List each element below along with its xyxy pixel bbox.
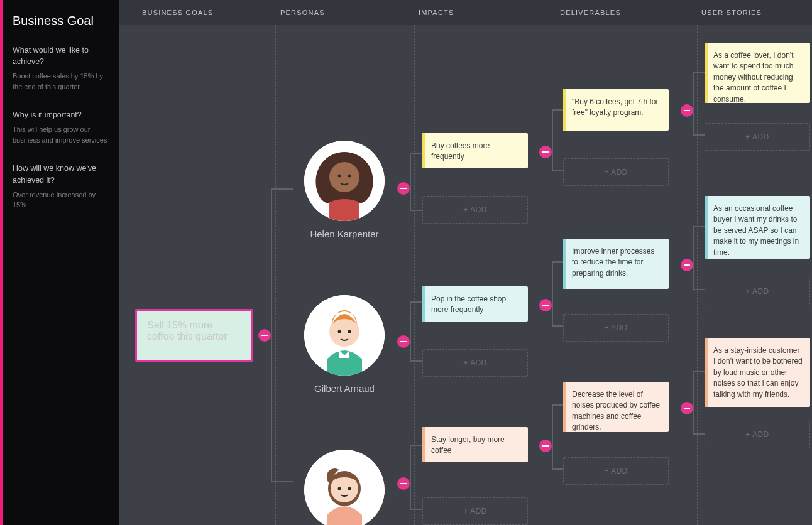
story-text: As a coffee lover, I don't want to spend… [713,51,793,104]
app-root: Business Goal What would we like to achi… [0,0,812,525]
add-story[interactable]: + ADD [705,278,810,305]
connector [693,371,705,435]
add-deliverable[interactable]: + ADD [563,314,669,342]
question-know: How will we know we've achieved it? [13,163,108,185]
add-deliverable[interactable]: + ADD [563,457,669,485]
collapse-toggle[interactable] [681,104,693,117]
col-header-business-goals: BUSINESS GOALS [142,9,213,16]
col-header-deliverables: DELIVERABLES [560,9,621,16]
svg-point-6 [338,330,341,333]
svg-point-1 [329,162,359,192]
deliverable-card[interactable]: Improve inner processes to reduce the ti… [563,239,669,289]
svg-point-2 [338,175,341,178]
deliverable-text: Improve inner processes to reduce the ti… [572,247,654,278]
answer-know: Over revenue increased by 15% [13,190,108,210]
deliverable-card[interactable]: Decrease the level of noises produced by… [563,382,669,432]
connector [271,188,293,482]
goal-text: Sell 15% more coffee this quarter [147,320,228,342]
collapse-toggle[interactable] [539,146,552,158]
sidebar-title: Business Goal [13,14,108,28]
collapse-toggle[interactable] [681,402,693,414]
svg-point-11 [338,487,341,490]
sidebar: Business Goal What would we like to achi… [3,0,119,525]
impact-text: Buy coffees more frequently [431,141,490,161]
impact-card[interactable]: Stay longer, buy more coffee [422,427,528,462]
connector [410,153,422,211]
add-deliverable[interactable]: + ADD [563,158,669,186]
connector [552,261,563,327]
persona-helen[interactable]: Helen Karpenter [294,141,395,239]
collapse-toggle[interactable] [681,259,693,271]
connector [693,72,705,136]
story-card[interactable]: As a coffee lover, I don't want to spend… [705,43,810,103]
persona-unknown[interactable] [294,450,395,525]
collapse-toggle[interactable] [539,299,552,311]
add-impact[interactable]: + ADD [422,196,528,224]
connector [552,404,563,470]
story-card[interactable]: As an occasional coffee buyer I want my … [705,196,810,259]
answer-important: This will help us grow our business and … [13,124,108,145]
add-story[interactable]: + ADD [705,421,810,448]
story-text: As a stay-inside customer I don't want t… [713,346,803,399]
avatar-gilbert [304,295,385,376]
deliverable-text: Decrease the level of noises produced by… [572,390,660,431]
collapse-toggle[interactable] [539,440,552,452]
add-story[interactable]: + ADD [705,123,810,151]
col-header-personas: PERSONAS [280,9,325,16]
deliverable-text: "Buy 6 coffees, get 7th for free" loyalt… [572,97,658,117]
collapse-toggle[interactable] [397,182,410,195]
canvas[interactable]: BUSINESS GOALS PERSONAS IMPACTS DELIVERA… [119,0,812,525]
col-header-user-stories: USER STORIES [701,9,762,16]
avatar-unknown [304,450,385,525]
deliverable-card[interactable]: "Buy 6 coffees, get 7th for free" loyalt… [563,89,669,131]
impact-text: Stay longer, buy more coffee [431,435,505,455]
question-achieve: What would we like to achieve? [13,45,108,67]
answer-achieve: Boost coffee sales by 15% by the end of … [13,71,108,92]
impact-card[interactable]: Pop in the coffee shop more frequently [422,286,528,322]
collapse-toggle[interactable] [397,335,410,348]
impact-card[interactable]: Buy coffees more frequently [422,133,528,168]
collapse-toggle[interactable] [397,477,410,490]
add-impact[interactable]: + ADD [422,349,528,377]
map-content: Sell 15% more coffee this quarter Helen … [119,25,812,525]
add-impact[interactable]: + ADD [422,497,528,525]
connector [552,109,563,171]
column-headers: BUSINESS GOALS PERSONAS IMPACTS DELIVERA… [119,0,812,25]
svg-point-7 [348,330,351,333]
story-card[interactable]: As a stay-inside customer I don't want t… [705,338,810,407]
question-important: Why is it important? [13,109,108,121]
connector [410,445,422,510]
svg-point-12 [348,487,351,490]
connector [693,226,705,290]
persona-name: Helen Karpenter [294,229,395,239]
svg-point-3 [348,175,351,178]
col-header-impacts: IMPACTS [419,9,454,16]
impact-text: Pop in the coffee shop more frequently [431,295,506,314]
persona-gilbert[interactable]: Gilbert Arnaud [294,295,395,394]
svg-point-5 [329,317,359,347]
persona-name: Gilbert Arnaud [294,383,395,394]
story-text: As an occasional coffee buyer I want my … [713,204,799,257]
business-goal-card[interactable]: Sell 15% more coffee this quarter [135,309,253,362]
connector [410,301,422,362]
avatar-helen [304,141,385,221]
collapse-toggle[interactable] [258,329,271,342]
